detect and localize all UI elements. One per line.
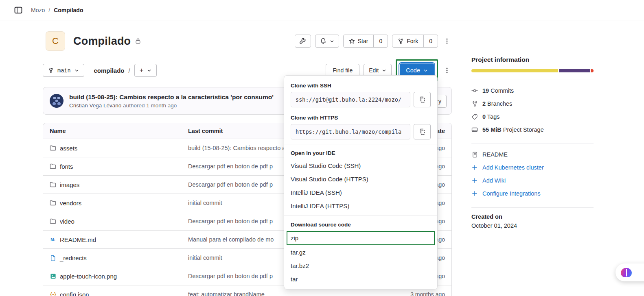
stat-text: 2 Branches [482, 100, 512, 107]
divider [284, 144, 437, 144]
sidebar-item-add-kubernetes[interactable]: Add Kubernetes cluster [471, 161, 594, 174]
commit-meta-text: authored 1 month ago [123, 102, 177, 109]
folder-icon [50, 145, 56, 151]
stat-value: 0 [482, 113, 486, 120]
project-header: C Compilado [46, 31, 452, 51]
file-link[interactable]: _redirects [50, 255, 188, 261]
commit-meta: Cristian Vega Lévano authored 1 month ag… [69, 102, 274, 109]
file-name: vendors [60, 200, 81, 207]
menu-item-vscode-https[interactable]: Visual Studio Code (HTTPS) [284, 172, 437, 186]
chevron-down-icon [423, 68, 428, 73]
branch-selector[interactable]: main [43, 64, 84, 77]
stat-label: Branches [487, 100, 512, 107]
breadcrumb-project[interactable]: Compilado [54, 7, 83, 13]
assistant-pill-button[interactable] [616, 263, 644, 281]
folder-icon [50, 200, 56, 206]
file-link[interactable]: assets [50, 145, 188, 152]
document-icon [471, 152, 478, 158]
code-dropdown: Clone with SSH Clone with HTTPS Open in … [284, 75, 438, 289]
file-commit-link[interactable]: feat: automatizar brandName [188, 291, 364, 296]
column-header-name: Name [50, 128, 188, 134]
clone-ssh-row [291, 92, 431, 107]
created-on-label: Created on [471, 213, 594, 220]
file-link[interactable]: vendors [50, 200, 188, 207]
sidebar-item-add-wiki[interactable]: Add Wiki [471, 174, 594, 187]
file-link[interactable]: {··} config.json [50, 291, 188, 296]
file-last-update: 3 months ago [364, 291, 445, 296]
code-label: Code [406, 67, 420, 74]
project-info-sidebar: Project information 19 Commits 2 Branche… [471, 28, 594, 296]
sidebar-item-configure-integrations[interactable]: Configure Integrations [471, 187, 594, 200]
breadcrumb-separator: / [48, 7, 50, 13]
open-in-ide-label: Open in your IDE [284, 147, 437, 159]
fork-button[interactable]: Fork [392, 35, 423, 47]
project-more-options-icon[interactable] [442, 35, 452, 48]
copy-ssh-button[interactable] [414, 92, 431, 107]
clone-ssh-input[interactable] [291, 92, 410, 107]
repo-more-options-icon[interactable] [442, 64, 452, 77]
sidebar-item-commits[interactable]: 19 Commits [471, 84, 594, 97]
star-count[interactable]: 0 [373, 35, 388, 47]
stat-label: Tags [487, 113, 500, 120]
fork-label: Fork [407, 38, 418, 44]
branch-icon [471, 101, 478, 107]
tag-icon [471, 114, 478, 120]
file-link[interactable]: fonts [50, 163, 188, 170]
fork-count[interactable]: 0 [423, 35, 438, 47]
add-file-button[interactable]: + [134, 64, 157, 77]
sidebar-toggle-icon[interactable] [11, 3, 25, 17]
chevron-down-icon [382, 68, 386, 73]
breadcrumb: Mozo / Compilado [31, 7, 83, 13]
sidebar-item-branches[interactable]: 2 Branches [471, 97, 594, 110]
stat-label: Commits [491, 87, 514, 94]
file-link[interactable]: images [50, 181, 188, 188]
divider [471, 80, 594, 80]
stat-text: 55 MiB Project Storage [482, 126, 544, 133]
star-button[interactable]: Star [344, 35, 374, 47]
commit-author-avatar[interactable] [50, 94, 64, 108]
project-title: Compilado [73, 35, 131, 48]
download-source-label: Download source code [284, 219, 437, 231]
link-label: Configure Integrations [482, 190, 541, 197]
markdown-icon: M↓ [50, 236, 56, 243]
sidebar-item-tags[interactable]: 0 Tags [471, 110, 594, 123]
menu-item-vscode-ssh[interactable]: Visual Studio Code (SSH) [284, 159, 437, 172]
divider [471, 207, 594, 208]
folder-icon [50, 218, 56, 224]
lock-icon [135, 38, 141, 44]
plus-icon [471, 191, 478, 196]
menu-item-download-zip[interactable]: zip [287, 232, 434, 244]
menu-item-intellij-https[interactable]: IntelliJ IDEA (HTTPS) [284, 199, 437, 213]
repo-path-separator: / [129, 67, 130, 74]
commit-author-name[interactable]: Cristian Vega Lévano [69, 102, 121, 109]
menu-item-intellij-ssh[interactable]: IntelliJ IDEA (SSH) [284, 186, 437, 199]
file-link[interactable]: apple-touch-icon.png [50, 273, 188, 280]
language-bar[interactable] [471, 69, 594, 72]
file-name: README.md [60, 236, 96, 243]
sidebar-item-storage[interactable]: 55 MiB Project Storage [471, 123, 594, 136]
clone-https-input[interactable] [291, 124, 410, 139]
file-link[interactable]: video [50, 218, 188, 225]
disk-icon [471, 126, 478, 133]
star-button-group: Star 0 [343, 35, 388, 48]
readme-label: README [482, 151, 508, 158]
copy-https-button[interactable] [414, 124, 431, 139]
file-name: config.json [60, 291, 89, 296]
json-icon: {··} [50, 291, 56, 296]
file-name: assets [60, 145, 77, 152]
repo-path-crumb[interactable]: compilado [94, 67, 125, 74]
folder-icon [50, 181, 56, 188]
commit-title[interactable]: build (15-08-25): Cambios respecto a la … [69, 93, 274, 102]
plus-icon: + [140, 66, 144, 74]
file-link[interactable]: M↓ README.md [50, 236, 188, 243]
notifications-button[interactable] [315, 35, 339, 48]
menu-item-download-tar[interactable]: tar [284, 272, 437, 286]
fork-icon [398, 38, 404, 44]
breadcrumb-group[interactable]: Mozo [31, 7, 45, 13]
stat-label: Project Storage [503, 126, 544, 133]
admin-wrench-button[interactable] [295, 35, 311, 48]
menu-item-download-tar-gz[interactable]: tar.gz [284, 246, 437, 259]
menu-item-download-tar-bz2[interactable]: tar.bz2 [284, 259, 437, 272]
project-actions: Star 0 Fork 0 [295, 35, 452, 48]
sidebar-item-readme[interactable]: README [471, 148, 594, 161]
